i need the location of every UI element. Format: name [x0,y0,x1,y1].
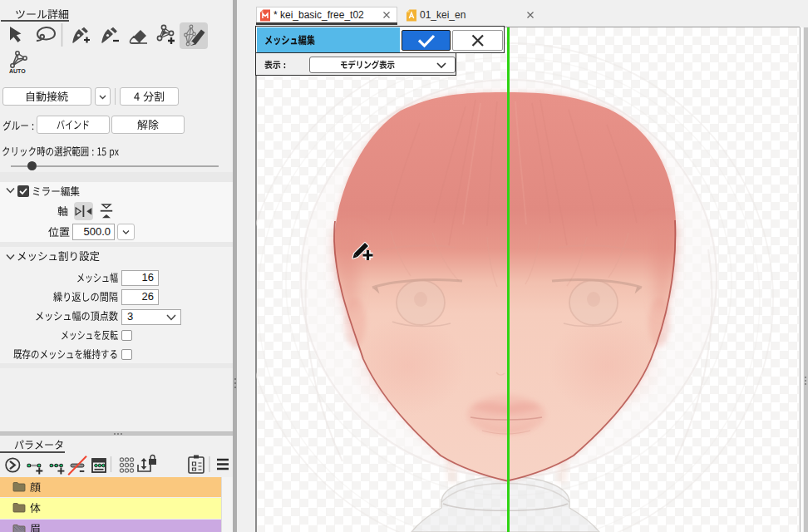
svg-text:AUTO: AUTO [9,68,26,74]
